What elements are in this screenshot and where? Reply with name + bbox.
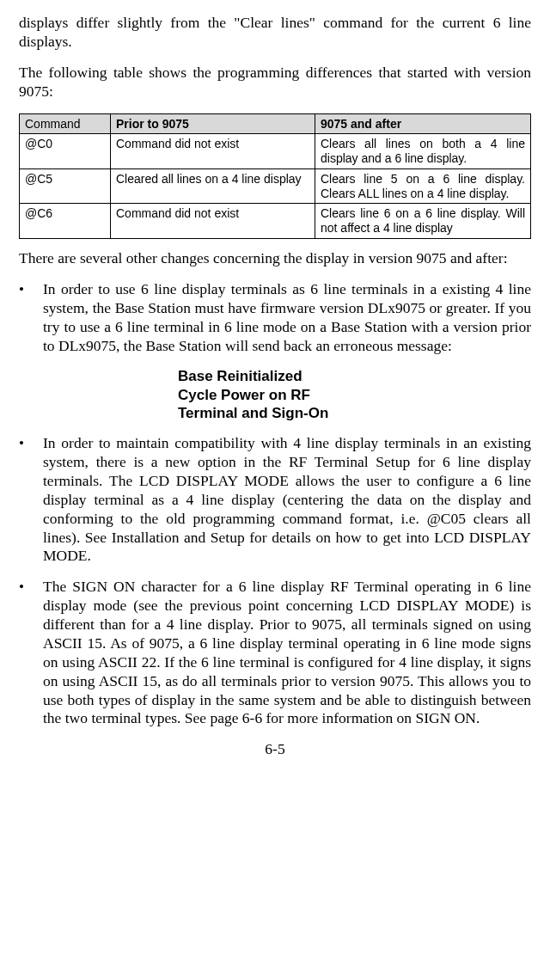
- error-message-block: Base Reinitialized Cycle Power on RF Ter…: [19, 367, 531, 422]
- cell-after: Clears line 6 on a 6 line display. Will …: [315, 204, 531, 239]
- paragraph-after-table: There are several other changes concerni…: [19, 249, 531, 268]
- cell-cmd: @C0: [20, 134, 111, 169]
- table-header-row: Command Prior to 9075 9075 and after: [20, 113, 531, 134]
- list-item: • The SIGN ON character for a 6 line dis…: [19, 578, 531, 728]
- header-command: Command: [20, 113, 111, 134]
- paragraph-top: displays differ slightly from the "Clear…: [19, 14, 531, 52]
- bullet-list-2: • In order to maintain compatibility wit…: [19, 434, 531, 728]
- bullet-text-1: In order to use 6 line display terminals…: [43, 280, 531, 356]
- page-number: 6-5: [19, 740, 531, 759]
- table-row: @C6 Command did not exist Clears line 6 …: [20, 204, 531, 239]
- cell-cmd: @C6: [20, 204, 111, 239]
- cell-prior: Command did not exist: [111, 134, 315, 169]
- command-table: Command Prior to 9075 9075 and after @C0…: [19, 113, 531, 240]
- list-item: • In order to use 6 line display termina…: [19, 280, 531, 356]
- table-row: @C5 Cleared all lines on a 4 line displa…: [20, 168, 531, 204]
- paragraph-intro: The following table shows the programmin…: [19, 64, 531, 101]
- cell-prior: Command did not exist: [111, 204, 315, 239]
- table-row: @C0 Command did not exist Clears all lin…: [20, 134, 531, 169]
- list-item: • In order to maintain compatibility wit…: [19, 434, 531, 566]
- bullet-list: • In order to use 6 line display termina…: [19, 280, 531, 356]
- bullet-text-2: In order to maintain compatibility with …: [43, 434, 531, 566]
- header-after: 9075 and after: [315, 113, 531, 134]
- cell-prior: Cleared all lines on a 4 line display: [111, 168, 315, 204]
- bullet-icon: •: [19, 280, 43, 356]
- bullet-text-3: The SIGN ON character for a 6 line displ…: [43, 578, 531, 728]
- header-prior: Prior to 9075: [111, 113, 315, 134]
- cell-cmd: @C5: [20, 168, 111, 204]
- cell-after: Clears all lines on both a 4 line displa…: [315, 134, 531, 169]
- cell-after: Clears line 5 on a 6 line display. Clear…: [315, 168, 531, 204]
- bullet-icon: •: [19, 434, 43, 566]
- bullet-icon: •: [19, 578, 43, 728]
